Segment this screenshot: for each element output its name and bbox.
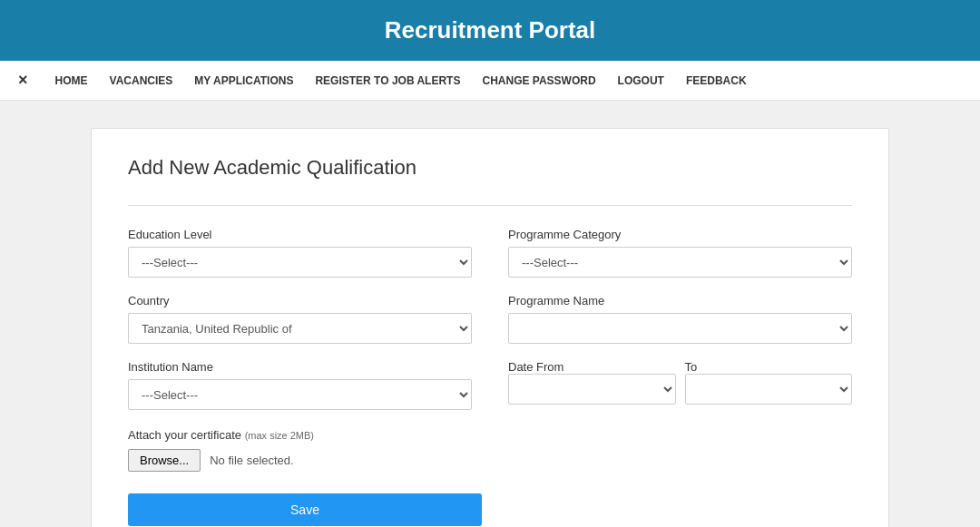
main-content: Add New Academic Qualification Education…	[91, 128, 889, 527]
programme-name-select[interactable]	[508, 313, 852, 344]
institution-name-label: Institution Name	[128, 360, 472, 374]
date-from-select[interactable]	[508, 374, 676, 405]
date-to-select[interactable]	[685, 374, 853, 405]
no-file-label: No file selected.	[210, 454, 294, 467]
certificate-label: Attach your certificate (max size 2MB)	[128, 428, 852, 442]
country-select[interactable]: Tanzania, United Republic of	[128, 313, 472, 344]
programme-category-select[interactable]: ---Select---	[508, 247, 852, 278]
divider	[128, 205, 852, 206]
navigation: × HOME VACANCIES MY APPLICATIONS REGISTE…	[0, 61, 980, 101]
programme-category-group: Programme Category ---Select---	[508, 228, 852, 278]
date-row	[508, 374, 852, 405]
browse-button[interactable]: Browse...	[128, 449, 201, 472]
nav-change-password[interactable]: CHANGE PASSWORD	[482, 74, 595, 87]
nav-links: HOME VACANCIES MY APPLICATIONS REGISTER …	[55, 74, 747, 87]
education-level-select[interactable]: ---Select---	[128, 247, 472, 278]
education-level-group: Education Level ---Select---	[128, 228, 472, 278]
nav-register-alerts[interactable]: REGISTER TO JOB ALERTS	[315, 74, 460, 87]
certificate-section: Attach your certificate (max size 2MB) B…	[128, 428, 852, 472]
close-icon[interactable]: ×	[18, 71, 28, 90]
nav-my-applications[interactable]: MY APPLICATIONS	[194, 74, 293, 87]
page-title: Add New Academic Qualification	[128, 156, 852, 180]
institution-name-select[interactable]: ---Select---	[128, 379, 472, 410]
programme-category-label: Programme Category	[508, 228, 852, 241]
save-button[interactable]: Save	[128, 493, 482, 526]
certificate-maxsize: (max size 2MB)	[245, 430, 314, 441]
date-label-row: Date From To	[508, 360, 852, 374]
nav-logout[interactable]: LOGOUT	[618, 74, 664, 87]
right-column: Programme Category ---Select--- Programm…	[508, 228, 852, 410]
institution-name-group: Institution Name ---Select---	[128, 360, 472, 410]
programme-name-label: Programme Name	[508, 294, 852, 307]
country-label: Country	[128, 294, 472, 307]
left-column: Education Level ---Select--- Country Tan…	[128, 228, 472, 410]
country-group: Country Tanzania, United Republic of	[128, 294, 472, 344]
nav-home[interactable]: HOME	[55, 74, 88, 87]
date-to-label: To	[685, 360, 853, 374]
save-section: Save	[128, 493, 852, 526]
programme-name-group: Programme Name	[508, 294, 852, 344]
date-from-label: Date From	[508, 360, 676, 374]
nav-feedback[interactable]: FEEDBACK	[686, 74, 747, 87]
header-title: Recruitment Portal	[385, 16, 596, 44]
education-level-label: Education Level	[128, 228, 472, 241]
form-grid: Education Level ---Select--- Country Tan…	[128, 228, 852, 410]
header: Recruitment Portal	[0, 0, 980, 61]
file-input-row: Browse... No file selected.	[128, 449, 852, 472]
date-group: Date From To	[508, 360, 852, 405]
nav-vacancies[interactable]: VACANCIES	[110, 74, 173, 87]
certificate-label-text: Attach your certificate	[128, 428, 241, 442]
